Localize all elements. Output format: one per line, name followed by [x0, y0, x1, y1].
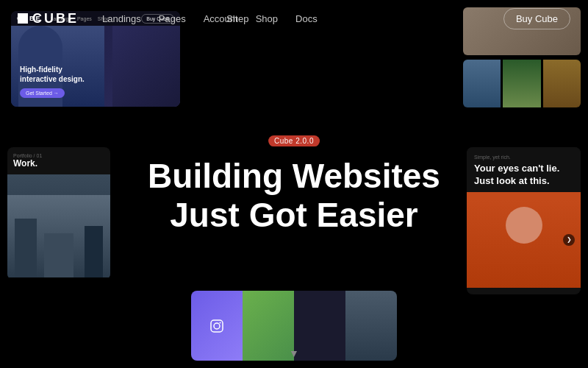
card-eyes-image: ❯ — [467, 192, 581, 288]
svg-point-1 — [214, 323, 220, 329]
nav-link-pages[interactable]: Pages — [159, 13, 186, 24]
hero-section: Cube 2.0.0 Building Websites Just Got Ea… — [148, 133, 440, 235]
shep-label: Shep — [226, 13, 248, 24]
building-3 — [85, 226, 103, 277]
preview-content: High-fidelity interactive design. Get St… — [20, 65, 85, 98]
nav-link-docs[interactable]: Docs — [295, 13, 318, 24]
person-face — [506, 207, 542, 244]
hero-title-line2: Just Got Easier — [170, 196, 417, 234]
card-work-header: Portfolio / 01 Work. — [7, 147, 110, 174]
nav-link-shop[interactable]: Shop — [256, 13, 278, 24]
navbar: CUBE Landings Pages Account Shop Docs Bu… — [0, 0, 588, 37]
bcc-green-panel — [243, 291, 294, 361]
photo-building — [463, 60, 501, 107]
svg-rect-0 — [211, 320, 223, 332]
svg-point-2 — [220, 322, 221, 323]
nav-links: Landings Pages Account Shop Docs — [102, 13, 503, 24]
buy-button[interactable]: Buy Cube — [503, 8, 570, 29]
photo-fruit — [543, 60, 581, 107]
scroll-indicator[interactable]: ▼ — [289, 347, 299, 359]
bcc-photo-panel — [345, 291, 397, 361]
hero-title: Building Websites Just Got Easier — [148, 157, 440, 235]
card-eyes-title: Your eyes can't lie. Just look at this. — [474, 163, 573, 188]
preview-bg-right — [112, 26, 180, 107]
watermelon-person — [467, 199, 581, 288]
card-work: Portfolio / 01 Work. — [7, 147, 110, 280]
card-nav-arrow[interactable]: ❯ — [563, 234, 575, 246]
hero-title-line1: Building Websites — [148, 157, 440, 195]
card-work-title: Work. — [13, 158, 104, 169]
nav-link-landings[interactable]: Landings — [102, 13, 141, 24]
building-1 — [15, 219, 37, 277]
instagram-icon — [209, 319, 224, 333]
card-work-pretitle: Portfolio / 01 — [13, 153, 104, 158]
logo[interactable]: CUBE — [18, 11, 79, 26]
card-eyes-pretitle: Simple, yet rich. — [474, 155, 573, 160]
card-work-image — [7, 174, 110, 277]
bcc-person — [345, 291, 397, 361]
version-badge: Cube 2.0.0 — [268, 135, 320, 146]
preview-body: High-fidelity interactive design. Get St… — [11, 26, 180, 107]
card-eyes-header: Simple, yet rich. Your eyes can't lie. J… — [467, 147, 581, 192]
building-2 — [44, 233, 74, 277]
card-eyes: Simple, yet rich. Your eyes can't lie. J… — [467, 147, 581, 294]
photo-palm — [503, 60, 540, 107]
preview-cta[interactable]: Get Started → — [20, 88, 65, 98]
preview-headline: High-fidelity interactive design. — [20, 65, 85, 84]
bcc-purple-panel — [191, 291, 243, 361]
bcc-dark-panel — [294, 291, 345, 361]
logo-text: CUBE — [32, 11, 79, 26]
logo-square — [18, 13, 28, 24]
card-photo-row — [463, 60, 581, 107]
